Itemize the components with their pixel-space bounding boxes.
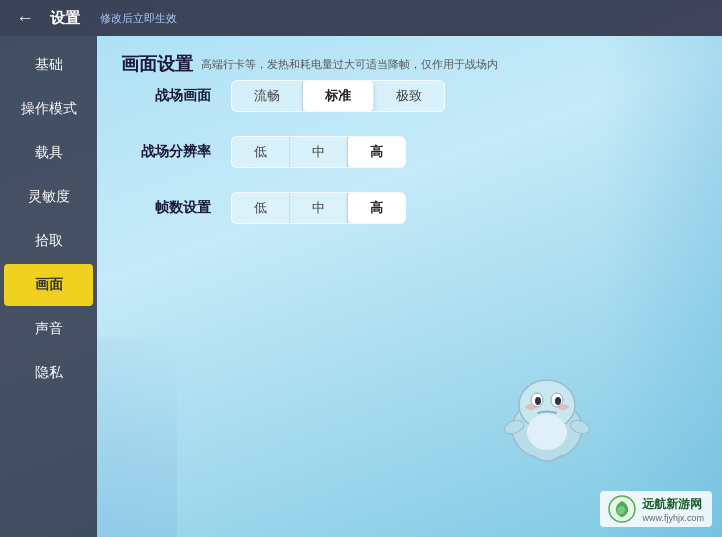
section-title: 画面设置 高端行卡等，发热和耗电量过大可适当降帧，仅作用于战场内 (121, 52, 698, 76)
setting-row-resolution: 战场分辨率低中高 (121, 136, 698, 168)
option-group-fps: 低中高 (231, 192, 406, 224)
watermark: 远航新游网 www.fjyhjx.com (600, 491, 712, 527)
back-button[interactable]: ← (10, 6, 40, 31)
setting-label-resolution: 战场分辨率 (121, 143, 211, 161)
sidebar-item-pickup[interactable]: 拾取 (4, 220, 93, 262)
watermark-logo (608, 495, 636, 523)
option-fps-low[interactable]: 低 (232, 193, 290, 223)
content-area: 画面设置 高端行卡等，发热和耗电量过大可适当降帧，仅作用于战场内 战场画面流畅标… (97, 36, 722, 537)
option-resolution-mid[interactable]: 中 (290, 137, 348, 167)
setting-label-battle-screen: 战场画面 (121, 87, 211, 105)
mascot (492, 367, 602, 477)
settings-container: 战场画面流畅标准极致战场分辨率低中高帧数设置低中高 (121, 80, 698, 224)
option-battle-screen-smooth[interactable]: 流畅 (232, 81, 303, 111)
option-group-battle-screen: 流畅标准极致 (231, 80, 445, 112)
option-fps-high[interactable]: 高 (348, 193, 405, 223)
main-layout: 基础操作模式载具灵敏度拾取画面声音隐私 画面设置 高端行卡等，发热和耗电量过大可… (0, 36, 722, 537)
setting-row-battle-screen: 战场画面流畅标准极致 (121, 80, 698, 112)
option-fps-mid[interactable]: 中 (290, 193, 348, 223)
sidebar-item-operation[interactable]: 操作模式 (4, 88, 93, 130)
sidebar-item-privacy[interactable]: 隐私 (4, 352, 93, 394)
section-subtitle: 高端行卡等，发热和耗电量过大可适当降帧，仅作用于战场内 (201, 57, 498, 72)
watermark-line2: www.fjyhjx.com (642, 513, 704, 523)
sidebar-item-sensitivity[interactable]: 灵敏度 (4, 176, 93, 218)
setting-row-fps: 帧数设置低中高 (121, 192, 698, 224)
setting-label-fps: 帧数设置 (121, 199, 211, 217)
sidebar-item-display[interactable]: 画面 (4, 264, 93, 306)
svg-point-8 (557, 404, 569, 410)
app-container: ← 设置 修改后立即生效 基础操作模式载具灵敏度拾取画面声音隐私 画面设置 高端… (0, 0, 722, 537)
svg-point-2 (527, 414, 567, 450)
option-battle-screen-standard[interactable]: 标准 (303, 81, 374, 111)
top-bar: ← 设置 修改后立即生效 (0, 0, 722, 36)
sidebar-item-sound[interactable]: 声音 (4, 308, 93, 350)
svg-point-6 (555, 397, 561, 405)
wave-decoration-left (97, 337, 177, 537)
page-subtitle: 修改后立即生效 (100, 11, 177, 26)
option-battle-screen-hd[interactable]: 极致 (374, 81, 444, 111)
option-resolution-low[interactable]: 低 (232, 137, 290, 167)
sidebar: 基础操作模式载具灵敏度拾取画面声音隐私 (0, 36, 97, 537)
svg-point-5 (535, 397, 541, 405)
sidebar-item-basic[interactable]: 基础 (4, 44, 93, 86)
watermark-text: 远航新游网 www.fjyhjx.com (642, 496, 704, 523)
option-group-resolution: 低中高 (231, 136, 406, 168)
watermark-line1: 远航新游网 (642, 496, 704, 513)
option-resolution-high[interactable]: 高 (348, 137, 405, 167)
page-title: 设置 (50, 9, 80, 28)
sidebar-item-props[interactable]: 载具 (4, 132, 93, 174)
section-title-text: 画面设置 (121, 52, 193, 76)
svg-point-7 (525, 404, 537, 410)
